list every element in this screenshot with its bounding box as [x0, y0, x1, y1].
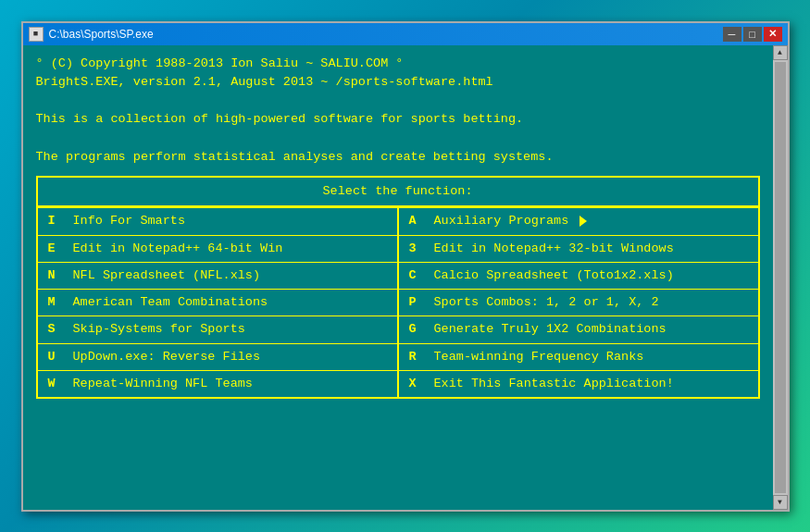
title-bar-left: ■ C:\bas\Sports\SP.exe	[29, 27, 154, 42]
title-bar-buttons: ─ □ ✕	[723, 27, 782, 42]
menu-label-left-1[interactable]: Edit in Notepad++ 64-bit Win	[66, 235, 397, 262]
console-output: ° (C) Copyright 1988-2013 Ion Saliu ~ SA…	[23, 45, 773, 510]
close-button[interactable]: ✕	[764, 27, 782, 42]
menu-key-right-1[interactable]: 3	[399, 235, 427, 262]
menu-label-right-6[interactable]: Exit This Fantastic Application!	[427, 370, 758, 397]
menu-key-left-5[interactable]: U	[38, 343, 66, 370]
menu-key-right-5[interactable]: R	[399, 343, 427, 370]
copyright-line2: BrightS.EXE, version 2.1, August 2013 ~ …	[36, 73, 760, 92]
window-title: C:\bas\Sports\SP.exe	[49, 28, 154, 41]
blank2	[36, 130, 760, 148]
menu-key-right-6[interactable]: X	[399, 370, 427, 397]
menu-label-left-4[interactable]: Skip-Systems for Sports	[66, 315, 397, 342]
menu-label-right-0[interactable]: Auxiliary Programs	[427, 207, 758, 234]
menu-label-right-5[interactable]: Team-winning Frequency Ranks	[427, 343, 758, 370]
menu-key-right-0[interactable]: A	[399, 207, 427, 234]
scroll-thumb[interactable]	[775, 62, 786, 493]
copyright-line1: ° (C) Copyright 1988-2013 Ion Saliu ~ SA…	[36, 55, 760, 73]
menu-key-left-3[interactable]: M	[38, 289, 66, 315]
arrow-right-icon	[579, 216, 587, 227]
menu-key-left-1[interactable]: E	[38, 235, 66, 262]
menu-label-left-2[interactable]: NFL Spreadsheet (NFL.xls)	[66, 262, 397, 289]
menu-table: Select the function: IInfo For SmartsAAu…	[36, 176, 760, 399]
desc-line2: The programs perform statistical analyse…	[36, 148, 760, 167]
blank1	[36, 92, 760, 110]
menu-key-left-6[interactable]: W	[38, 370, 66, 397]
title-bar: ■ C:\bas\Sports\SP.exe ─ □ ✕	[23, 23, 788, 45]
content-area: ° (C) Copyright 1988-2013 Ion Saliu ~ SA…	[23, 45, 788, 510]
menu-label-left-0[interactable]: Info For Smarts	[66, 207, 397, 234]
scrollbar[interactable]: ▲ ▼	[773, 45, 788, 510]
menu-grid: IInfo For SmartsAAuxiliary Programs EEdi…	[38, 207, 758, 397]
menu-title: Select the function:	[38, 178, 758, 207]
main-window: ■ C:\bas\Sports\SP.exe ─ □ ✕ ° (C) Copyr…	[21, 21, 790, 512]
menu-label-left-6[interactable]: Repeat-Winning NFL Teams	[66, 370, 397, 397]
scroll-up-button[interactable]: ▲	[773, 45, 788, 60]
menu-label-right-1[interactable]: Edit in Notepad++ 32-bit Windows	[427, 235, 758, 262]
menu-key-right-2[interactable]: C	[399, 262, 427, 289]
maximize-button[interactable]: □	[743, 27, 762, 42]
menu-key-right-4[interactable]: G	[399, 315, 427, 342]
menu-label-right-3[interactable]: Sports Combos: 1, 2 or 1, X, 2	[427, 289, 758, 315]
menu-label-right-2[interactable]: Calcio Spreadsheet (Toto1x2.xls)	[427, 262, 758, 289]
menu-key-left-0[interactable]: I	[38, 207, 66, 234]
window-icon: ■	[29, 27, 44, 42]
scroll-down-button[interactable]: ▼	[773, 495, 788, 510]
menu-key-left-4[interactable]: S	[38, 315, 66, 342]
menu-label-left-5[interactable]: UpDown.exe: Reverse Files	[66, 343, 397, 370]
menu-key-left-2[interactable]: N	[38, 262, 66, 289]
menu-key-right-3[interactable]: P	[399, 289, 427, 315]
minimize-button[interactable]: ─	[723, 27, 741, 42]
menu-label-left-3[interactable]: American Team Combinations	[66, 289, 397, 315]
menu-label-right-4[interactable]: Generate Truly 1X2 Combinations	[427, 315, 758, 342]
desc-line1: This is a collection of high-powered sof…	[36, 110, 760, 129]
